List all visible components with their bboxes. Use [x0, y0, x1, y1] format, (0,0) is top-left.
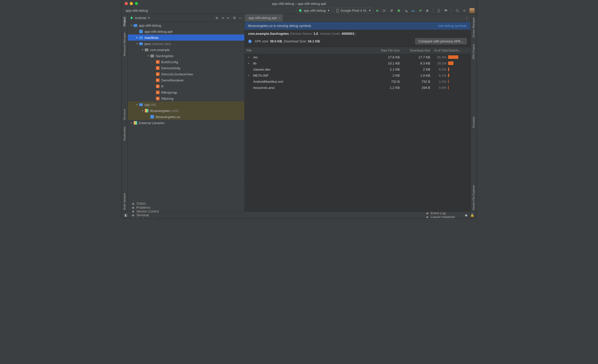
status-version-control[interactable]: ◈Version Control	[131, 209, 159, 213]
tool-window-build-variants[interactable]: Build Variants	[123, 191, 126, 211]
svg-rect-0	[337, 9, 339, 12]
percent-label: 55.3%	[434, 55, 447, 59]
avd-manager-button[interactable]	[444, 9, 448, 13]
apply-code-changes-button[interactable]	[390, 9, 394, 13]
tool-window-resource-manager[interactable]: Resource Manager	[123, 31, 126, 58]
add-debug-symbols-link[interactable]: Add debug symbols	[438, 24, 467, 28]
folder-icon	[139, 36, 143, 40]
bell-icon: ◈	[426, 211, 429, 215]
tree-item[interactable]: ▸External Libraries	[128, 120, 244, 126]
file-name: classes.dex	[253, 68, 271, 71]
expand-arrow-icon: ▾	[141, 48, 145, 51]
attach-debugger-button[interactable]	[418, 9, 422, 13]
phone-icon	[336, 9, 339, 12]
folder-icon	[139, 103, 143, 107]
tree-item[interactable]: ▾com.example	[128, 47, 244, 53]
tree-item-label: R	[161, 85, 164, 88]
tree-item[interactable]: ▾libsanangeles(x86)	[128, 108, 244, 114]
run-button[interactable]	[375, 9, 380, 13]
file-row[interactable]: resources.arsc1.2 KB294 B0.9%	[245, 85, 470, 91]
tree-item[interactable]: CDemoRenderer	[128, 77, 244, 83]
tree-item-label: External Libraries	[139, 121, 165, 125]
tree-item[interactable]: app-x86-debug.apk	[128, 28, 244, 35]
tree-item[interactable]: ▾SanAngeles	[128, 53, 244, 59]
select-opened-file-button[interactable]: ⊕	[215, 16, 218, 20]
account-avatar[interactable]	[469, 8, 475, 13]
close-tab-button[interactable]: ×	[279, 16, 281, 20]
tree-item[interactable]: CDemoGLSurfaceView	[128, 71, 244, 77]
col-raw-size[interactable]: Raw File Size	[371, 47, 402, 54]
expand-all-button[interactable]: ⇥	[221, 16, 224, 20]
tree-item[interactable]: ▾cpp(lib)	[128, 102, 244, 108]
apk-icon	[139, 29, 143, 34]
hide-panel-button[interactable]: —	[239, 16, 242, 20]
col-download-size[interactable]: Download Size	[402, 47, 432, 54]
file-table-body[interactable]: ▸res17.8 KB17.7 KB55.3%▸lib10.1 KB9.3 KB…	[245, 54, 470, 181]
tool-window-device-manager[interactable]: Device Manager	[472, 16, 475, 39]
tool-window-project[interactable]: Project	[123, 16, 126, 27]
editor-tab[interactable]: app-x86-debug.apk ×	[245, 14, 284, 22]
java-class-icon: C	[156, 72, 160, 76]
ide-errors-button[interactable]: ◆	[464, 213, 468, 217]
col-percent[interactable]: % of Total Downlo...	[432, 47, 470, 54]
device-dropdown[interactable]: Google Pixel 4 XL ▼	[334, 8, 373, 14]
tool-window-structure[interactable]: Structure	[123, 107, 126, 122]
status-layout-inspector[interactable]: ◈Layout Inspector	[426, 215, 455, 218]
col-file[interactable]: File	[245, 47, 371, 54]
tree-item[interactable]: ▸manifests	[128, 35, 244, 41]
java-class-icon: C	[156, 90, 160, 94]
tree-item[interactable]: ▾java(classes.dex)	[128, 41, 244, 47]
compare-apk-button[interactable]: Compare with previous APK...	[415, 38, 467, 44]
panel-settings-button[interactable]: ⚙	[233, 16, 236, 20]
tool-window-bookmarks[interactable]: Bookmarks	[123, 125, 126, 142]
expand-arrow-icon: ▾	[135, 42, 139, 45]
search-button[interactable]	[455, 9, 459, 13]
debug-button[interactable]	[397, 9, 401, 13]
breadcrumb[interactable]: app-x86-debug	[125, 9, 148, 12]
coverage-button[interactable]	[404, 9, 408, 13]
raw-size: 1.2 KB	[371, 84, 402, 91]
file-row[interactable]: classes.dex2.1 KB2 KB6.3%	[245, 66, 470, 72]
maximize-window-button[interactable]	[135, 2, 138, 5]
status-app-inspection[interactable]: ◈App Inspection	[131, 217, 159, 219]
status-problems[interactable]: ◈Problems	[131, 206, 159, 209]
tree-item[interactable]: CDemoActivity	[128, 65, 244, 71]
tree-item[interactable]: ▾app-x86-debug	[128, 22, 244, 28]
java-class-icon: C	[156, 66, 160, 70]
editor-tabs-more-button[interactable]: ⋮	[463, 14, 470, 22]
tool-window-device-file-explorer[interactable]: Device File Explorer	[472, 184, 475, 211]
stop-button[interactable]	[425, 9, 429, 13]
expand-arrow-icon: ▸	[248, 74, 250, 77]
sync-button[interactable]	[437, 9, 441, 13]
status-todo[interactable]: ◈TODO	[131, 202, 159, 206]
apply-changes-button[interactable]	[383, 9, 387, 13]
banner-message: libsanangeles.so is missing debug symbol…	[248, 24, 311, 28]
profile-button[interactable]	[411, 9, 415, 13]
tool-window-apk-project[interactable]: APK Project	[472, 43, 475, 61]
android-icon	[130, 16, 133, 20]
raw-size: 732 B	[371, 78, 402, 85]
file-row[interactable]: ▸META-INF2 KB1.9 KB6.1%	[245, 72, 470, 78]
tool-window-emulator[interactable]: Emulator	[472, 115, 475, 129]
tree-item[interactable]: CR$mipmap	[128, 89, 244, 95]
status-terminal[interactable]: ◈Terminal	[131, 213, 159, 217]
close-window-button[interactable]	[125, 2, 128, 5]
lock-icon[interactable]: 🔒	[470, 213, 474, 217]
run-config-dropdown[interactable]: app-x86-debug ▼	[296, 8, 332, 14]
project-view-selector[interactable]: Android ▼	[130, 16, 150, 20]
tool-windows-button[interactable]: ◧	[124, 213, 128, 217]
tree-item[interactable]: CR	[128, 83, 244, 89]
tree-item[interactable]: CR$string	[128, 95, 244, 102]
file-row[interactable]: AndroidManifest.xml732 B732 B2.2%	[245, 78, 470, 85]
tree-item[interactable]: CBuildConfig	[128, 59, 244, 65]
settings-button[interactable]	[462, 9, 466, 13]
status-event-log[interactable]: ◈Event Log	[426, 211, 455, 215]
collapse-all-button[interactable]: ⇤	[227, 16, 230, 20]
download-size: 9.3 KB	[402, 60, 432, 67]
file-row[interactable]: ▸res17.8 KB17.7 KB55.3%	[245, 54, 470, 60]
project-tree[interactable]: ▾app-x86-debugapp-x86-debug.apk▸manifest…	[128, 22, 244, 211]
file-row[interactable]: ▸lib10.1 KB9.3 KB29.2%	[245, 60, 470, 66]
minimize-window-button[interactable]	[130, 2, 133, 5]
android-icon	[298, 9, 302, 12]
tree-item[interactable]: libsanangeles.so	[128, 114, 244, 120]
